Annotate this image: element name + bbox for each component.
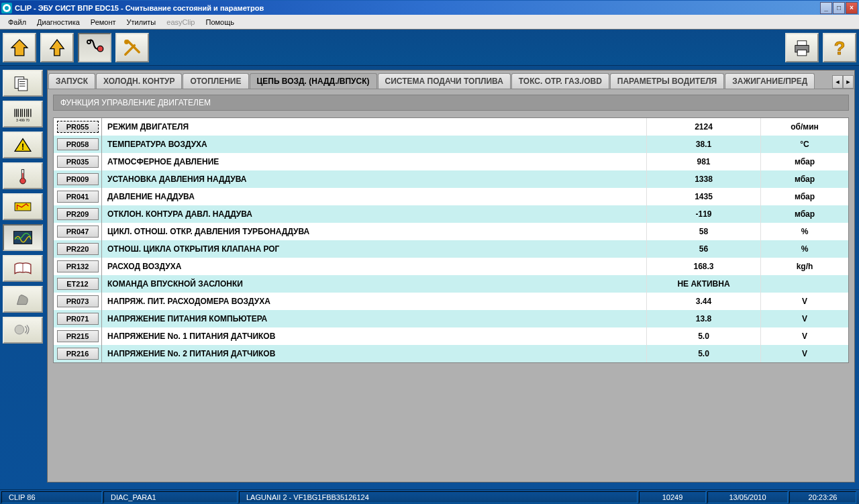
book-icon bbox=[11, 259, 34, 278]
diagnostics-button[interactable] bbox=[78, 33, 111, 62]
param-unit: kg/h bbox=[761, 258, 848, 275]
param-name: КОМАНДА ВПУСКНОЙ ЗАСЛОНКИ bbox=[102, 275, 647, 293]
param-value: 168.3 bbox=[647, 258, 761, 275]
param-code[interactable]: PR055 bbox=[57, 121, 99, 133]
side-waveform-button[interactable] bbox=[3, 224, 43, 251]
printer-icon bbox=[791, 36, 813, 59]
table-row[interactable]: PR035АТМОСФЕРНОЕ ДАВЛЕНИЕ981мбар bbox=[54, 153, 848, 170]
up-button[interactable] bbox=[40, 33, 74, 62]
param-code-cell: PR055 bbox=[54, 118, 102, 136]
param-value: 58 bbox=[647, 223, 761, 240]
param-value: 5.0 bbox=[647, 327, 761, 345]
minimize-button[interactable]: _ bbox=[820, 2, 832, 14]
side-thermometer-button[interactable] bbox=[3, 162, 43, 189]
svg-point-1 bbox=[5, 6, 9, 10]
waveform-icon bbox=[11, 228, 34, 247]
svg-point-6 bbox=[124, 40, 129, 44]
parameters-table: PR055РЕЖИМ ДВИГАТЕЛЯ2124об/минPR058ТЕМПЕ… bbox=[53, 117, 849, 363]
param-name: НАПРЯЖЕНИЕ No. 2 ПИТАНИЯ ДАТЧИКОВ bbox=[102, 345, 647, 362]
stethoscope-icon bbox=[83, 36, 106, 59]
param-value: НЕ АКТИВНА bbox=[647, 275, 761, 293]
table-row[interactable]: PR132РАСХОД ВОЗДУХА168.3kg/h bbox=[54, 258, 848, 275]
tab-strip: ЗАПУСКХОЛОДН. КОНТУРОТОПЛЕНИЕЦЕПЬ ВОЗД. … bbox=[48, 70, 854, 89]
side-manual-button[interactable] bbox=[3, 255, 43, 282]
param-code-cell: PR073 bbox=[54, 293, 102, 310]
table-row[interactable]: PR215НАПРЯЖЕНИЕ No. 1 ПИТАНИЯ ДАТЧИКОВ5.… bbox=[54, 327, 848, 345]
side-seat-button[interactable] bbox=[3, 286, 43, 313]
tab-5[interactable]: ТОКС. ОТР. ГАЗ./OBD bbox=[511, 73, 609, 89]
status-bar: CLIP 86 DIAC_PARA1 LAGUNAII 2 - VF1BG1FB… bbox=[0, 489, 859, 504]
svg-text:!: ! bbox=[21, 142, 25, 152]
tab-2[interactable]: ОТОПЛЕНИЕ bbox=[183, 73, 248, 89]
param-code[interactable]: PR209 bbox=[57, 208, 99, 220]
param-code[interactable]: PR071 bbox=[57, 313, 99, 325]
param-name: НАПРЯЖЕНИЕ ПИТАНИЯ КОМПЬЮТЕРА bbox=[102, 310, 647, 327]
param-unit: % bbox=[761, 240, 848, 258]
param-code[interactable]: PR073 bbox=[57, 295, 99, 307]
side-warning-button[interactable]: ! bbox=[3, 132, 43, 158]
param-name: РЕЖИМ ДВИГАТЕЛЯ bbox=[102, 118, 647, 136]
param-code[interactable]: PR132 bbox=[57, 260, 99, 272]
menu-file[interactable]: Файл bbox=[3, 17, 32, 28]
param-value: 13.8 bbox=[647, 310, 761, 327]
side-barcode-button[interactable]: 3 499 70 bbox=[3, 101, 43, 128]
menu-diagnostics[interactable]: Диагностика bbox=[32, 17, 85, 28]
table-row[interactable]: ET212КОМАНДА ВПУСКНОЙ ЗАСЛОНКИНЕ АКТИВНА bbox=[54, 275, 848, 293]
param-code[interactable]: ET212 bbox=[57, 278, 99, 290]
side-gauge-button[interactable] bbox=[3, 193, 43, 220]
svg-point-4 bbox=[97, 46, 103, 52]
param-code[interactable]: PR035 bbox=[57, 156, 99, 168]
param-code-cell: PR058 bbox=[54, 136, 102, 153]
side-documents-button[interactable] bbox=[3, 70, 43, 97]
param-name: ЦИКЛ. ОТНОШ. ОТКР. ДАВЛЕНИЯ ТУРБОНАДДУВА bbox=[102, 223, 647, 240]
table-row[interactable]: PR216НАПРЯЖЕНИЕ No. 2 ПИТАНИЯ ДАТЧИКОВ5.… bbox=[54, 345, 848, 362]
param-code[interactable]: PR041 bbox=[57, 191, 99, 203]
table-row[interactable]: PR209ОТКЛОН. КОНТУРА ДАВЛ. НАДДУВА-119мб… bbox=[54, 205, 848, 223]
param-code[interactable]: PR058 bbox=[57, 138, 99, 150]
table-row[interactable]: PR220ОТНОШ. ЦИКЛА ОТКРЫТИЯ КЛАПАНА РОГ56… bbox=[54, 240, 848, 258]
table-row[interactable]: PR041ДАВЛЕНИЕ НАДДУВА1435мбар bbox=[54, 188, 848, 205]
table-row[interactable]: PR009УСТАНОВКА ДАВЛЕНИЯ НАДДУВА1338мбар bbox=[54, 170, 848, 188]
param-value: 1435 bbox=[647, 188, 761, 205]
table-row[interactable]: PR058ТЕМПЕРАТУРА ВОЗДУХА38.1°C bbox=[54, 136, 848, 153]
tabs-scroll-left[interactable]: ◄ bbox=[832, 75, 843, 89]
param-code-cell: PR220 bbox=[54, 240, 102, 258]
tab-7[interactable]: ЗАЖИГАНИЕ/ПРЕД bbox=[725, 73, 815, 89]
tab-4[interactable]: СИСТЕМА ПОДАЧИ ТОПЛИВА bbox=[378, 73, 511, 89]
side-head-button[interactable] bbox=[3, 317, 43, 344]
param-code[interactable]: PR216 bbox=[57, 348, 99, 360]
status-app: CLIP 86 bbox=[1, 491, 102, 503]
param-code[interactable]: PR215 bbox=[57, 330, 99, 342]
side-toolbar: 3 499 70 ! bbox=[0, 66, 47, 487]
menu-utilities[interactable]: Утилиты bbox=[121, 17, 162, 28]
app-icon bbox=[1, 3, 12, 13]
print-button[interactable] bbox=[785, 33, 819, 62]
menu-repair[interactable]: Ремонт bbox=[85, 17, 121, 28]
tab-0[interactable]: ЗАПУСК bbox=[48, 73, 95, 89]
tab-6[interactable]: ПАРАМЕТРЫ ВОДИТЕЛЯ bbox=[610, 73, 724, 89]
tools-button[interactable] bbox=[115, 33, 149, 62]
help-button[interactable]: ? bbox=[823, 33, 856, 62]
tab-1[interactable]: ХОЛОДН. КОНТУР bbox=[96, 73, 182, 89]
param-code[interactable]: PR220 bbox=[57, 243, 99, 255]
table-row[interactable]: PR055РЕЖИМ ДВИГАТЕЛЯ2124об/мин bbox=[54, 118, 848, 136]
home-button[interactable] bbox=[3, 33, 36, 62]
param-value: 5.0 bbox=[647, 345, 761, 362]
tab-3[interactable]: ЦЕПЬ ВОЗД. (НАДД./ВПУСК) bbox=[250, 73, 377, 89]
table-row[interactable]: PR047ЦИКЛ. ОТНОШ. ОТКР. ДАВЛЕНИЯ ТУРБОНА… bbox=[54, 223, 848, 240]
table-row[interactable]: PR073НАПРЯЖ. ПИТ. РАСХОДОМЕРА ВОЗДУХА3.4… bbox=[54, 293, 848, 310]
table-row[interactable]: PR071НАПРЯЖЕНИЕ ПИТАНИЯ КОМПЬЮТЕРА13.8V bbox=[54, 310, 848, 327]
param-unit: мбар bbox=[761, 205, 848, 223]
question-icon: ? bbox=[828, 36, 851, 59]
content-area: ФУНКЦИЯ УПРАВЛЕНИЕ ДВИГАТЕЛЕМ PR055РЕЖИМ… bbox=[48, 89, 854, 482]
tabs-scroll-right[interactable]: ► bbox=[843, 75, 854, 89]
param-code[interactable]: PR047 bbox=[57, 225, 99, 238]
svg-rect-12 bbox=[18, 79, 28, 91]
menu-bar: Файл Диагностика Ремонт Утилиты easyClip… bbox=[0, 15, 859, 30]
speak-icon bbox=[11, 321, 34, 340]
menu-help[interactable]: Помощь bbox=[200, 17, 240, 28]
param-code[interactable]: PR009 bbox=[57, 173, 99, 185]
maximize-button[interactable]: □ bbox=[833, 2, 845, 14]
close-button[interactable]: × bbox=[846, 2, 858, 14]
documents-icon bbox=[11, 74, 34, 93]
